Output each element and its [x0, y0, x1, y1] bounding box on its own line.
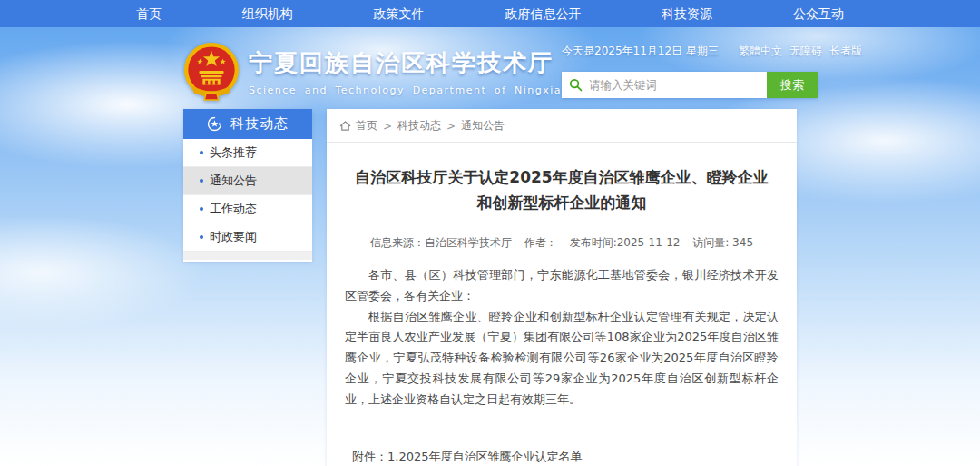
search-button[interactable]: 搜索 [767, 72, 818, 98]
breadcrumb: 首页 > 科技动态 > 通知公告 [327, 109, 797, 143]
bullet-dot-icon [200, 207, 203, 211]
site-title: 宁夏回族自治区科学技术厅 [249, 47, 562, 79]
breadcrumb-tech-news[interactable]: 科技动态 [397, 118, 441, 134]
nav-item-gov-info[interactable]: 政府信息公开 [495, 0, 590, 27]
link-accessibility[interactable]: 无障碍 [789, 44, 822, 59]
site-title-block: 宁夏回族自治区科学技术厅 ScienceandTechnologyDepartm… [249, 47, 562, 96]
top-nav-bar: 首页 组织机构 政策文件 政府信息公开 科技资源 公众互动 [0, 0, 980, 27]
bullet-dot-icon [200, 151, 203, 154]
meta-author: 作者： [524, 236, 557, 249]
breadcrumb-separator: > [446, 120, 456, 133]
search-input[interactable] [589, 78, 760, 92]
attachments-label: 附件： [352, 446, 387, 466]
main-area: 科技动态 头条推荐 通知公告 工作动态 时政要闻 [183, 109, 797, 466]
bullet-dot-icon [200, 235, 203, 239]
header-utility-area: 今天是2025年11月12日 星期三 繁體中文 无障碍 长者版 搜索 [562, 42, 818, 102]
attachment-link-1[interactable]: 1.2025年度自治区雏鹰企业认定名单 [387, 446, 583, 466]
search-bar: 搜索 [562, 72, 818, 98]
article-body: 各市、县（区）科技管理部门，宁东能源化工基地管委会，银川经济技术开发区管委会，各… [345, 265, 779, 410]
bullet-dot-icon [200, 179, 203, 183]
sidebar-item-headlines[interactable]: 头条推荐 [183, 139, 312, 167]
sidebar-item-notices[interactable]: 通知公告 [183, 167, 312, 195]
nav-item-home[interactable]: 首页 [127, 0, 171, 27]
sidebar: 科技动态 头条推荐 通知公告 工作动态 时政要闻 [183, 109, 312, 262]
home-icon [339, 120, 351, 132]
star-circle-icon [207, 116, 222, 132]
article: 自治区科技厅关于认定2025年度自治区雏鹰企业、瞪羚企业 和创新型标杆企业的通知… [327, 164, 797, 466]
current-date-text: 今天是2025年11月12日 星期三 [562, 44, 719, 59]
meta-visit-count: 访问量: 345 [692, 236, 753, 249]
nav-item-resources[interactable]: 科技资源 [652, 0, 721, 27]
nav-item-org[interactable]: 组织机构 [233, 0, 302, 27]
link-elder-version[interactable]: 长者版 [829, 44, 862, 59]
site-subtitle: ScienceandTechnologyDepartmentofNingxia [249, 84, 562, 96]
sidebar-item-current-politics[interactable]: 时政要闻 [183, 223, 312, 252]
search-icon [569, 78, 583, 92]
sidebar-title: 科技动态 [183, 109, 312, 139]
meta-source: 信息来源：自治区科学技术厅 [370, 236, 512, 249]
article-paragraph: 各市、县（区）科技管理部门，宁东能源化工基地管委会，银川经济技术开发区管委会，各… [345, 265, 779, 307]
attachments-list: 附件： 1.2025年度自治区雏鹰企业认定名单 2.2025年度自治区瞪羚企业认… [345, 446, 779, 466]
article-paragraph: 根据自治区雏鹰企业、瞪羚企业和创新型标杆企业认定管理有关规定，决定认定半亩良人农… [345, 307, 779, 411]
breadcrumb-separator: > [383, 120, 392, 133]
sidebar-footer-strip [183, 252, 312, 260]
top-nav-items: 首页 组织机构 政策文件 政府信息公开 科技资源 公众互动 [127, 0, 853, 27]
site-header: 宁夏回族自治区科学技术厅 ScienceandTechnologyDepartm… [183, 42, 797, 102]
breadcrumb-home[interactable]: 首页 [356, 118, 377, 134]
article-title: 自治区科技厅关于认定2025年度自治区雏鹰企业、瞪羚企业 和创新型标杆企业的通知 [345, 164, 779, 215]
meta-publish-date: 发布时间:2025-11-12 [570, 236, 681, 249]
breadcrumb-notices[interactable]: 通知公告 [461, 118, 505, 134]
content-panel: 首页 > 科技动态 > 通知公告 自治区科技厅关于认定2025年度自治区雏鹰企业… [327, 109, 797, 466]
link-traditional-chinese[interactable]: 繁體中文 [739, 44, 782, 59]
article-meta: 信息来源：自治区科学技术厅 作者： 发布时间:2025-11-12 访问量: 3… [345, 235, 779, 251]
nav-item-interaction[interactable]: 公众互动 [784, 0, 853, 27]
sidebar-item-work-trends[interactable]: 工作动态 [183, 195, 312, 223]
site-logo[interactable]: 宁夏回族自治区科学技术厅 ScienceandTechnologyDepartm… [183, 42, 562, 102]
nav-item-policy[interactable]: 政策文件 [365, 0, 434, 27]
national-emblem-icon [183, 42, 240, 102]
